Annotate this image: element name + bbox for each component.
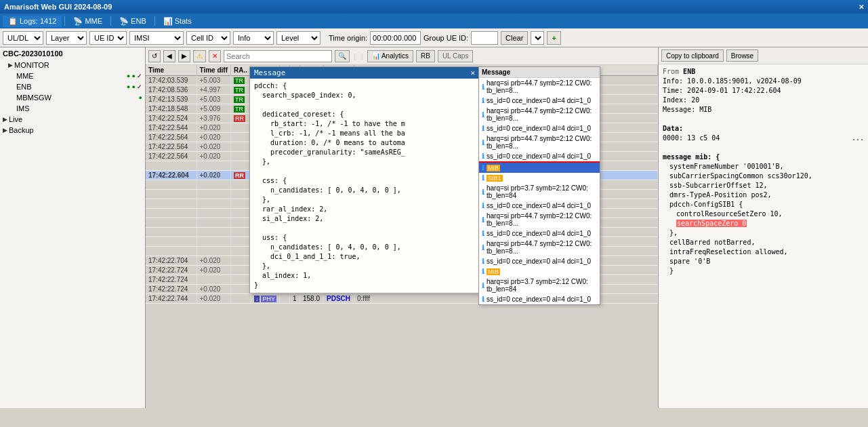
dropdown-item[interactable]: ℹharq=si prb=3.7 symb=2:12 CW0: tb_len=8…	[479, 277, 600, 294]
mbmsgw-status: ●	[139, 94, 142, 101]
col-time: Time	[146, 65, 197, 76]
dropdown-item[interactable]: ℹss_id=0 cce_index=0 al=4 dci=1_0	[479, 201, 600, 211]
code-line: si_al_index: 2,	[254, 214, 475, 224]
layer-select[interactable]: Layer	[46, 31, 87, 45]
code-line	[254, 224, 475, 233]
forward-button[interactable]: ▶	[178, 50, 190, 62]
code-line: dedicated_coreset: {	[254, 110, 475, 119]
rp-info: Info: 10.0.0.185:9001, v2024-08-09	[663, 77, 864, 86]
menu-separator3	[154, 16, 155, 26]
info-select[interactable]: Info	[233, 31, 274, 45]
cell-diff: +0.020	[197, 152, 230, 161]
menu-stats[interactable]: 📊 Stats	[158, 16, 197, 27]
dropdown-item[interactable]: ℹharq=si prb=44.7 symb=2:12 CW0: tb_len=…	[479, 78, 600, 96]
rp-mib-label: message mib: {	[663, 152, 864, 162]
cell-id-select[interactable]: Cell ID	[186, 31, 230, 45]
cell-diff	[197, 228, 230, 237]
menu-enb[interactable]: 📡 ENB	[114, 16, 152, 27]
dropdown-item[interactable]: ℹSIB1	[479, 173, 600, 183]
sidebar-item-enb[interactable]: ENB ● ● ✓	[0, 81, 145, 92]
ul-dl-select[interactable]: UL/DL	[3, 31, 43, 45]
back-button[interactable]: ◀	[163, 50, 175, 62]
popup-close[interactable]: ✕	[470, 68, 475, 77]
cell-time	[146, 199, 197, 209]
dropdown-item[interactable]: ℹharq=si prb=44.7 symb=2:12 CW0: tb_len=…	[479, 134, 600, 151]
sidebar-item-mbmsgw[interactable]: MBMSGW ●	[0, 92, 145, 103]
warning-button[interactable]: ⚠	[193, 50, 206, 62]
cell-time: 17:42:22.564	[146, 133, 197, 142]
cell-tag	[230, 199, 251, 209]
cell-diff	[197, 161, 230, 171]
cell-diff: +0.020	[197, 266, 230, 275]
cell-tag	[230, 209, 251, 218]
cell-diff: +0.020	[197, 285, 230, 294]
mme-check: ✓	[137, 73, 142, 79]
error-button[interactable]: ✕	[209, 50, 221, 62]
time-origin-input[interactable]	[370, 31, 421, 45]
enb-icon: 📡	[119, 17, 129, 26]
rp-field-crsz: controlResourceSetZero 10,	[676, 209, 864, 219]
level-select[interactable]: Level	[276, 31, 321, 45]
sidebar-item-ims[interactable]: IMS	[0, 103, 145, 114]
dropdown-item[interactable]: ℹss_id=0 cce_index=0 al=4 dci=1_0	[479, 96, 600, 106]
cell-time	[146, 190, 197, 199]
analytics-button[interactable]: 📊 Analytics	[367, 50, 413, 62]
dropdown-item[interactable]: ℹharq=si prb=44.7 symb=2:12 CW0: tb_len=…	[479, 239, 600, 256]
code-line: }	[254, 281, 475, 290]
sidebar-item-backup[interactable]: ▶ Backup	[0, 125, 145, 136]
refresh-button[interactable]: ↺	[148, 50, 161, 62]
message-dropdown[interactable]: Message ℹharq=si prb=44.7 symb=2:12 CW0:…	[478, 66, 600, 305]
clear-select[interactable]	[531, 31, 544, 45]
cell-time	[146, 180, 197, 190]
add-filter-button[interactable]: +	[547, 31, 560, 45]
dropdown-item[interactable]: ℹMIB	[479, 266, 600, 277]
imsi-select[interactable]: IMSI	[129, 31, 184, 45]
cell-tag: TR	[230, 104, 251, 114]
ue-id-select[interactable]: UE ID	[89, 31, 127, 45]
rp-field-scs: subCarrierSpacingCommon scs30or120,	[669, 171, 864, 181]
code-line: n_candidates: [ 0, 4, 0, 0, 0 ],	[254, 243, 475, 252]
dropdown-item[interactable]: ℹss_id=0 cce_index=0 al=4 dci=1_0	[479, 151, 600, 161]
dropdown-item[interactable]: ℹss_id=0 cce_index=0 al=4 dci=1_0	[479, 228, 600, 239]
cell-tag	[230, 180, 251, 190]
dropdown-item[interactable]: ℹss_id=0 cce_index=0 al=4 dci=1_0	[479, 256, 600, 266]
search-execute-button[interactable]: 🔍	[335, 50, 350, 62]
rp-data-label: Data:	[663, 124, 864, 134]
menu-logs[interactable]: 📋 Logs: 1412	[3, 16, 62, 27]
cell-diff: +0.020	[197, 171, 230, 180]
cell-diff: +0.020	[197, 123, 230, 133]
ul-caps-button[interactable]: UL Caps	[438, 50, 474, 62]
dropdown-item[interactable]: ℹss_id=0 cce_index=0 al=4 dci=1_0	[479, 123, 600, 134]
rp-field-ssz: searchSpaceZero 0	[676, 219, 864, 228]
dropdown-item[interactable]: ℹharq=si prb=3.7 symb=2:12 CW0: tb_len=8…	[479, 183, 600, 201]
rp-message: Message: MIB	[663, 105, 864, 115]
cell-tag: RR	[230, 171, 251, 180]
sidebar-item-mme[interactable]: MME ● ● ✓	[0, 70, 145, 81]
browse-button[interactable]: Browse	[726, 49, 758, 62]
sidebar-item-root[interactable]: CBC-2023010100	[0, 47, 145, 60]
group-ue-id-input[interactable]	[471, 31, 498, 45]
dropdown-items: ℹharq=si prb=44.7 symb=2:12 CW0: tb_len=…	[479, 78, 600, 304]
dropdown-item[interactable]: ℹharq=si prb=44.7 symb=2:12 CW0: tb_len=…	[479, 106, 600, 123]
rp-data-hex: 0000: 13 c5 04 ...	[663, 134, 864, 143]
titlebar: Amarisoft Web GUI 2024-08-09 ✕	[0, 0, 868, 14]
close-button[interactable]: ✕	[859, 3, 864, 11]
rb-button[interactable]: RB	[416, 50, 435, 62]
cell-time	[146, 218, 197, 228]
cell-time: 17:42:13.539	[146, 95, 197, 104]
cell-time: 17:42:08.536	[146, 85, 197, 95]
dropdown-item[interactable]: ℹMIB	[479, 163, 600, 173]
menu-mme[interactable]: 📡 MME	[68, 16, 108, 27]
dropdown-item[interactable]: ℹss_id=0 cce_index=0 al=4 dci=1_0	[479, 294, 600, 304]
dropdown-item[interactable]: ℹharq=si prb=44.7 symb=2:12 CW0: tb_len=…	[479, 211, 600, 228]
clear-button[interactable]: Clear	[501, 31, 528, 45]
app-title: Amarisoft Web GUI 2024-08-09	[4, 3, 859, 11]
ims-label: IMS	[16, 104, 30, 113]
copy-clipboard-button[interactable]: Copy to clipboard	[661, 49, 724, 62]
sidebar-item-monitor[interactable]: ▶ MONITOR	[0, 60, 145, 70]
sidebar-item-live[interactable]: ▶ Live	[0, 114, 145, 125]
code-line: dci_0_1_and_1_1: true,	[254, 252, 475, 262]
backup-arrow: ▶	[3, 127, 7, 134]
cell-diff: +0.020	[197, 142, 230, 152]
search-input[interactable]	[224, 50, 332, 62]
